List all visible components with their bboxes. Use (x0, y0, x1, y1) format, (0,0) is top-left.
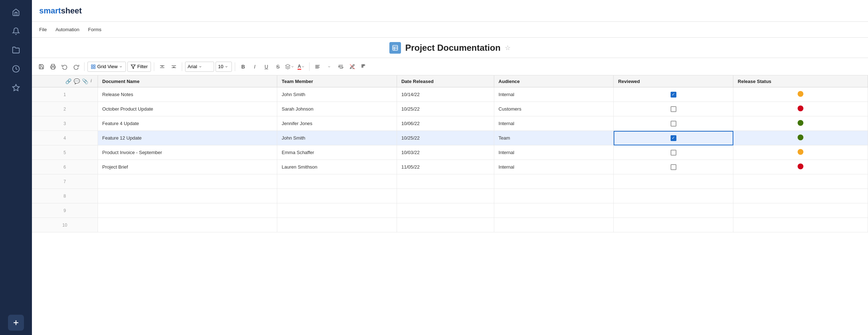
cell-doc-name[interactable]: October Product Update (98, 102, 277, 116)
col-header-doc-name[interactable]: Document Name (98, 75, 277, 87)
conditional-format-button[interactable] (359, 62, 369, 72)
attachment-icon[interactable]: 📎 (82, 78, 88, 84)
cell-audience[interactable]: Team (494, 131, 614, 145)
align-dropdown-button[interactable] (324, 62, 334, 72)
align-left-button[interactable] (312, 62, 323, 72)
cell-team-member[interactable]: Jennifer Jones (277, 116, 397, 131)
cell-release-status[interactable] (733, 87, 868, 102)
reviewed-checkbox[interactable] (671, 92, 676, 98)
font-selector[interactable]: Arial (185, 62, 214, 72)
cell-release-status[interactable] (733, 189, 868, 203)
info-icon[interactable]: i (90, 78, 91, 84)
reviewed-checkbox[interactable] (671, 164, 676, 170)
favorite-icon[interactable]: ☆ (505, 44, 511, 52)
cell-team-member[interactable]: John Smith (277, 131, 397, 145)
bell-icon[interactable] (8, 23, 24, 39)
cell-release-status[interactable] (733, 116, 868, 131)
col-header-team-member[interactable]: Team Member (277, 75, 397, 87)
print-button[interactable] (48, 62, 58, 72)
wrap-text-button[interactable] (336, 62, 346, 72)
cell-release-status[interactable] (733, 145, 868, 160)
cell-release-status[interactable] (733, 131, 868, 145)
cell-reviewed[interactable] (614, 131, 733, 145)
cell-doc-name[interactable] (98, 218, 277, 232)
star-sidebar-icon[interactable] (8, 80, 24, 96)
cell-release-status[interactable] (733, 174, 868, 189)
cell-date-released[interactable] (397, 203, 494, 218)
undo-button[interactable] (60, 62, 70, 72)
cell-audience[interactable]: Internal (494, 116, 614, 131)
cell-doc-name[interactable]: Project Brief (98, 160, 277, 174)
cell-doc-name[interactable] (98, 203, 277, 218)
cell-doc-name[interactable]: Feature 4 Update (98, 116, 277, 131)
reviewed-checkbox[interactable] (671, 150, 676, 156)
clock-icon[interactable] (8, 61, 24, 77)
folder-icon[interactable] (8, 42, 24, 58)
reviewed-checkbox[interactable] (671, 106, 676, 112)
col-header-audience[interactable]: Audience (494, 75, 614, 87)
cell-release-status[interactable] (733, 218, 868, 232)
cell-reviewed[interactable] (614, 174, 733, 189)
cell-date-released[interactable]: 10/03/22 (397, 145, 494, 160)
cell-doc-name[interactable]: Feature 12 Update (98, 131, 277, 145)
cell-team-member[interactable]: John Smith (277, 87, 397, 102)
indent-button[interactable] (157, 62, 167, 72)
menu-forms[interactable]: Forms (88, 25, 102, 34)
text-color-button[interactable]: A (296, 62, 306, 72)
cell-doc-name[interactable]: Release Notes (98, 87, 277, 102)
cell-team-member[interactable] (277, 189, 397, 203)
home-icon[interactable] (8, 4, 24, 20)
col-header-reviewed[interactable]: Reviewed (614, 75, 733, 87)
cell-doc-name[interactable] (98, 189, 277, 203)
cell-reviewed[interactable] (614, 145, 733, 160)
cell-team-member[interactable]: Lauren Smithson (277, 160, 397, 174)
cell-audience[interactable] (494, 218, 614, 232)
cell-date-released[interactable] (397, 174, 494, 189)
cell-date-released[interactable] (397, 218, 494, 232)
cell-audience[interactable] (494, 189, 614, 203)
menu-file[interactable]: File (39, 25, 47, 34)
highlight-color-button[interactable] (284, 62, 295, 72)
reviewed-checkbox[interactable] (671, 121, 676, 127)
cell-date-released[interactable]: 10/25/22 (397, 131, 494, 145)
cell-audience[interactable] (494, 174, 614, 189)
cell-doc-name[interactable]: Product Invoice - September (98, 145, 277, 160)
cell-release-status[interactable] (733, 102, 868, 116)
add-icon[interactable] (8, 315, 24, 331)
outdent-button[interactable] (169, 62, 179, 72)
cell-reviewed[interactable] (614, 102, 733, 116)
cell-team-member[interactable]: Emma Schaffer (277, 145, 397, 160)
cell-reviewed[interactable] (614, 87, 733, 102)
size-selector[interactable]: 10 (216, 62, 232, 72)
cell-reviewed[interactable] (614, 160, 733, 174)
cell-audience[interactable] (494, 203, 614, 218)
cell-date-released[interactable] (397, 189, 494, 203)
cell-audience[interactable]: Customers (494, 102, 614, 116)
cell-team-member[interactable] (277, 203, 397, 218)
strikethrough-button[interactable]: S (273, 62, 283, 72)
save-button[interactable] (36, 62, 46, 72)
filter-button[interactable]: Filter (127, 62, 151, 72)
grid-view-button[interactable]: Grid View (87, 62, 126, 72)
cell-date-released[interactable]: 10/06/22 (397, 116, 494, 131)
cell-team-member[interactable] (277, 174, 397, 189)
bold-button[interactable]: B (238, 62, 248, 72)
cell-reviewed[interactable] (614, 218, 733, 232)
cell-team-member[interactable]: Sarah Johnson (277, 102, 397, 116)
redo-button[interactable] (71, 62, 81, 72)
cell-date-released[interactable]: 10/14/22 (397, 87, 494, 102)
cell-audience[interactable]: Internal (494, 145, 614, 160)
link-icon[interactable]: 🔗 (65, 78, 71, 84)
cell-team-member[interactable] (277, 218, 397, 232)
italic-button[interactable]: I (250, 62, 260, 72)
cell-audience[interactable]: Internal (494, 160, 614, 174)
comment-icon[interactable]: 💬 (74, 78, 80, 84)
cell-audience[interactable]: Internal (494, 87, 614, 102)
cell-date-released[interactable]: 11/05/22 (397, 160, 494, 174)
cell-release-status[interactable] (733, 203, 868, 218)
underline-button[interactable]: U (261, 62, 271, 72)
cell-reviewed[interactable] (614, 203, 733, 218)
cell-reviewed[interactable] (614, 116, 733, 131)
cell-release-status[interactable] (733, 160, 868, 174)
cell-date-released[interactable]: 10/25/22 (397, 102, 494, 116)
